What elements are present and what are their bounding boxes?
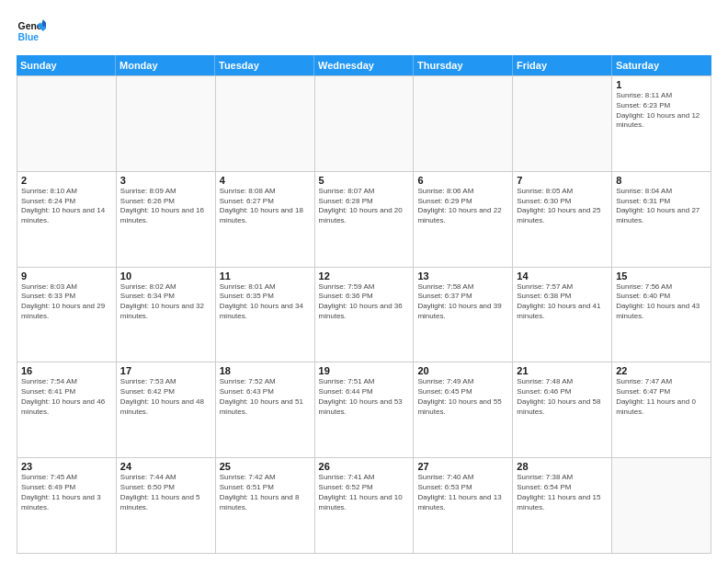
calendar-cell: 20Sunrise: 7:49 AM Sunset: 6:45 PM Dayli… — [414, 362, 513, 458]
calendar-row: 2Sunrise: 8:10 AM Sunset: 6:24 PM Daylig… — [17, 172, 711, 268]
calendar-cell: 24Sunrise: 7:44 AM Sunset: 6:50 PM Dayli… — [117, 458, 216, 554]
calendar-cell: 11Sunrise: 8:01 AM Sunset: 6:35 PM Dayli… — [216, 268, 315, 363]
calendar-cell — [414, 76, 513, 172]
calendar-cell: 2Sunrise: 8:10 AM Sunset: 6:24 PM Daylig… — [17, 172, 117, 268]
day-info: Sunrise: 7:45 AM Sunset: 6:49 PM Dayligh… — [21, 473, 112, 512]
calendar-cell: 18Sunrise: 7:52 AM Sunset: 6:43 PM Dayli… — [216, 362, 315, 458]
day-number: 14 — [517, 270, 608, 282]
day-info: Sunrise: 8:11 AM Sunset: 6:23 PM Dayligh… — [616, 91, 707, 131]
calendar-cell: 26Sunrise: 7:41 AM Sunset: 6:52 PM Dayli… — [315, 458, 415, 554]
calendar-cell: 15Sunrise: 7:56 AM Sunset: 6:40 PM Dayli… — [612, 268, 711, 363]
day-number: 11 — [220, 270, 311, 282]
calendar: SundayMondayTuesdayWednesdayThursdayFrid… — [17, 55, 711, 554]
day-info: Sunrise: 7:48 AM Sunset: 6:46 PM Dayligh… — [517, 377, 608, 417]
calendar-cell: 4Sunrise: 8:08 AM Sunset: 6:27 PM Daylig… — [216, 172, 315, 268]
day-number: 19 — [319, 365, 410, 376]
day-info: Sunrise: 7:38 AM Sunset: 6:54 PM Dayligh… — [517, 473, 608, 512]
calendar-cell: 14Sunrise: 7:57 AM Sunset: 6:38 PM Dayli… — [513, 268, 612, 363]
weekday-header: Thursday — [414, 55, 513, 75]
calendar-cell: 19Sunrise: 7:51 AM Sunset: 6:44 PM Dayli… — [315, 362, 415, 458]
day-number: 15 — [616, 270, 707, 282]
day-number: 24 — [120, 461, 211, 472]
day-number: 18 — [220, 365, 311, 376]
calendar-body: 1Sunrise: 8:11 AM Sunset: 6:23 PM Daylig… — [17, 75, 711, 554]
day-number: 2 — [21, 175, 112, 186]
day-number: 10 — [120, 270, 211, 282]
calendar-cell: 6Sunrise: 8:06 AM Sunset: 6:29 PM Daylig… — [414, 172, 513, 268]
calendar-cell: 1Sunrise: 8:11 AM Sunset: 6:23 PM Daylig… — [612, 76, 711, 172]
weekday-header: Wednesday — [314, 55, 414, 75]
weekday-header: Tuesday — [215, 55, 314, 75]
day-info: Sunrise: 7:53 AM Sunset: 6:42 PM Dayligh… — [120, 377, 211, 417]
day-number: 3 — [120, 175, 211, 186]
day-number: 5 — [319, 175, 410, 186]
day-number: 22 — [616, 365, 707, 376]
day-info: Sunrise: 7:41 AM Sunset: 6:52 PM Dayligh… — [319, 473, 410, 512]
day-info: Sunrise: 7:51 AM Sunset: 6:44 PM Dayligh… — [319, 377, 410, 417]
page: General Blue SundayMondayTuesdayWednesda… — [0, 0, 728, 563]
calendar-cell — [513, 76, 612, 172]
calendar-cell: 7Sunrise: 8:05 AM Sunset: 6:30 PM Daylig… — [513, 172, 612, 268]
calendar-cell: 8Sunrise: 8:04 AM Sunset: 6:31 PM Daylig… — [612, 172, 711, 268]
calendar-cell: 23Sunrise: 7:45 AM Sunset: 6:49 PM Dayli… — [17, 458, 117, 554]
calendar-cell: 10Sunrise: 8:02 AM Sunset: 6:34 PM Dayli… — [117, 268, 216, 363]
weekday-header: Monday — [116, 55, 215, 75]
calendar-cell: 13Sunrise: 7:58 AM Sunset: 6:37 PM Dayli… — [414, 268, 513, 363]
day-info: Sunrise: 8:09 AM Sunset: 6:26 PM Dayligh… — [120, 187, 211, 226]
weekday-header: Saturday — [612, 55, 711, 75]
day-number: 16 — [21, 365, 112, 376]
calendar-cell — [117, 76, 216, 172]
day-number: 21 — [517, 365, 608, 376]
calendar-cell — [216, 76, 315, 172]
day-info: Sunrise: 7:59 AM Sunset: 6:36 PM Dayligh… — [319, 282, 410, 322]
calendar-cell: 28Sunrise: 7:38 AM Sunset: 6:54 PM Dayli… — [513, 458, 612, 554]
day-info: Sunrise: 7:40 AM Sunset: 6:53 PM Dayligh… — [417, 473, 508, 512]
calendar-cell: 3Sunrise: 8:09 AM Sunset: 6:26 PM Daylig… — [117, 172, 216, 268]
day-number: 12 — [319, 270, 410, 282]
calendar-row: 16Sunrise: 7:54 AM Sunset: 6:41 PM Dayli… — [17, 362, 711, 458]
calendar-row: 23Sunrise: 7:45 AM Sunset: 6:49 PM Dayli… — [17, 458, 711, 554]
calendar-header: SundayMondayTuesdayWednesdayThursdayFrid… — [17, 55, 711, 75]
day-info: Sunrise: 8:07 AM Sunset: 6:28 PM Dayligh… — [319, 187, 410, 226]
day-info: Sunrise: 8:05 AM Sunset: 6:30 PM Dayligh… — [517, 187, 608, 226]
day-info: Sunrise: 7:47 AM Sunset: 6:47 PM Dayligh… — [616, 377, 707, 417]
header: General Blue — [17, 17, 711, 46]
day-number: 25 — [220, 461, 311, 472]
weekday-header: Friday — [513, 55, 612, 75]
day-info: Sunrise: 8:06 AM Sunset: 6:29 PM Dayligh… — [417, 187, 508, 226]
day-number: 28 — [517, 461, 608, 472]
calendar-cell — [612, 458, 711, 554]
calendar-row: 1Sunrise: 8:11 AM Sunset: 6:23 PM Daylig… — [17, 76, 711, 172]
day-number: 13 — [417, 270, 508, 282]
day-number: 26 — [319, 461, 410, 472]
day-info: Sunrise: 8:01 AM Sunset: 6:35 PM Dayligh… — [220, 282, 311, 322]
svg-text:Blue: Blue — [18, 32, 40, 42]
weekday-header: Sunday — [17, 55, 116, 75]
day-number: 6 — [417, 175, 508, 186]
day-number: 9 — [21, 270, 112, 282]
calendar-cell: 22Sunrise: 7:47 AM Sunset: 6:47 PM Dayli… — [612, 362, 711, 458]
calendar-cell: 25Sunrise: 7:42 AM Sunset: 6:51 PM Dayli… — [216, 458, 315, 554]
day-number: 7 — [517, 175, 608, 186]
day-info: Sunrise: 7:58 AM Sunset: 6:37 PM Dayligh… — [417, 282, 508, 322]
logo-icon: General Blue — [17, 17, 46, 46]
day-number: 8 — [616, 175, 707, 186]
calendar-cell: 5Sunrise: 8:07 AM Sunset: 6:28 PM Daylig… — [315, 172, 415, 268]
day-info: Sunrise: 8:10 AM Sunset: 6:24 PM Dayligh… — [21, 187, 112, 226]
day-info: Sunrise: 8:04 AM Sunset: 6:31 PM Dayligh… — [616, 187, 707, 226]
calendar-cell — [315, 76, 415, 172]
day-number: 4 — [220, 175, 311, 186]
calendar-row: 9Sunrise: 8:03 AM Sunset: 6:33 PM Daylig… — [17, 268, 711, 363]
calendar-cell: 16Sunrise: 7:54 AM Sunset: 6:41 PM Dayli… — [17, 362, 117, 458]
calendar-cell: 17Sunrise: 7:53 AM Sunset: 6:42 PM Dayli… — [117, 362, 216, 458]
day-info: Sunrise: 7:57 AM Sunset: 6:38 PM Dayligh… — [517, 282, 608, 322]
calendar-cell: 27Sunrise: 7:40 AM Sunset: 6:53 PM Dayli… — [414, 458, 513, 554]
day-info: Sunrise: 7:49 AM Sunset: 6:45 PM Dayligh… — [417, 377, 508, 417]
day-info: Sunrise: 7:42 AM Sunset: 6:51 PM Dayligh… — [220, 473, 311, 512]
logo: General Blue — [17, 17, 46, 46]
calendar-cell — [17, 76, 117, 172]
day-number: 23 — [21, 461, 112, 472]
day-info: Sunrise: 7:52 AM Sunset: 6:43 PM Dayligh… — [220, 377, 311, 417]
day-info: Sunrise: 7:54 AM Sunset: 6:41 PM Dayligh… — [21, 377, 112, 417]
calendar-cell: 12Sunrise: 7:59 AM Sunset: 6:36 PM Dayli… — [315, 268, 415, 363]
